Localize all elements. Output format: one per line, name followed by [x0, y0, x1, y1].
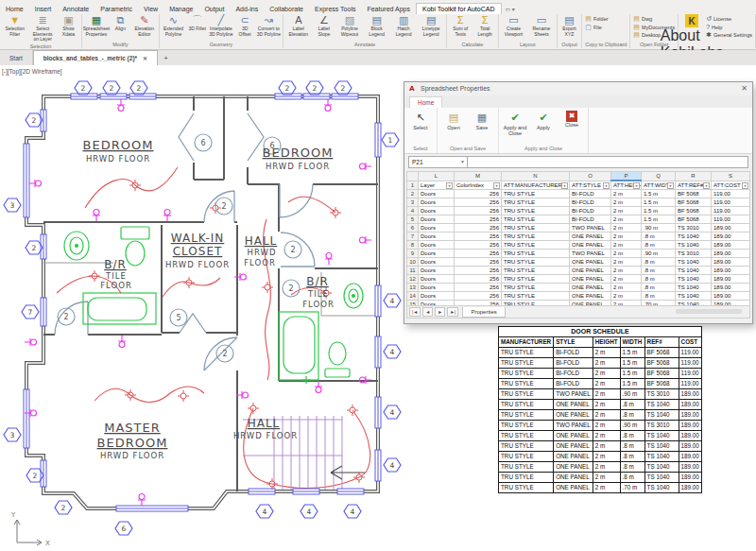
grid-cell[interactable]: 2 m: [611, 250, 642, 258]
grid-cell[interactable]: ONE PANEL: [570, 284, 611, 292]
circle-callout[interactable]: 5: [170, 309, 187, 326]
grid-cell[interactable]: 189.00: [712, 267, 750, 275]
grid-cell[interactable]: 189.00: [712, 275, 750, 284]
open-button[interactable]: ▤Open: [439, 108, 468, 145]
grid-cell[interactable]: 2 m: [611, 232, 642, 241]
circle-callout[interactable]: 6: [195, 134, 212, 151]
grid-cell[interactable]: .8 m: [642, 232, 676, 241]
field-header-att-cost[interactable]: ATT:COST▾: [712, 181, 750, 190]
grid-cell[interactable]: Doors: [419, 190, 455, 198]
sheet-nav-prev-icon[interactable]: ◄: [422, 307, 433, 317]
grid-cell[interactable]: TS 1040: [676, 275, 712, 284]
field-header-att-style[interactable]: ATT:STYLE▾: [570, 181, 611, 190]
hex-callout[interactable]: 2: [26, 113, 43, 127]
grid-cell[interactable]: 119.00: [712, 207, 750, 215]
folder-button[interactable]: ▤Folder: [585, 15, 608, 24]
selection-filter-button[interactable]: ▼Selection Filter: [1, 14, 28, 37]
row-header-14[interactable]: 14: [407, 292, 419, 301]
grid-cell[interactable]: TS 1040: [676, 284, 712, 292]
grid-cell[interactable]: 256: [455, 190, 502, 198]
grid-horizontal-scrollbar[interactable]: [676, 309, 742, 314]
filter-dropdown-icon[interactable]: ▾: [633, 182, 640, 189]
ribbon-tab-manage[interactable]: Manage: [163, 4, 198, 14]
help-button[interactable]: ?Help: [706, 24, 752, 32]
grid-cell[interactable]: ONE PANEL: [570, 267, 611, 275]
filter-dropdown-icon[interactable]: ▾: [446, 182, 453, 189]
row-header-3[interactable]: 3: [407, 198, 419, 207]
grid-cell[interactable]: TS 1040: [676, 292, 712, 301]
ribbon-tab-collaborate[interactable]: Collaborate: [264, 4, 309, 14]
grid-cell[interactable]: ONE PANEL: [570, 275, 611, 284]
grid-cell[interactable]: 119.00: [712, 190, 750, 198]
select-button[interactable]: ↖Select: [406, 108, 435, 145]
ribbon-tab-express-tools[interactable]: Express Tools: [309, 4, 361, 14]
grid-cell[interactable]: TS 3010: [676, 224, 712, 232]
grid-cell[interactable]: 2 m: [611, 198, 642, 207]
3d-fillet-button[interactable]: ⌒3D Fillet: [186, 14, 208, 32]
grid-cell[interactable]: Doors: [419, 215, 455, 224]
grid-cell[interactable]: 1.5 m: [642, 198, 676, 207]
spreadsheet-properties-button[interactable]: ▦Spreadsheet Properties: [83, 14, 110, 37]
formula-bar[interactable]: [467, 156, 748, 168]
hatch-legend-button[interactable]: ▥Hatch Legend: [390, 14, 418, 37]
tab-close-icon[interactable]: ✕: [143, 55, 147, 61]
circle-callout[interactable]: 2: [216, 345, 233, 362]
grid-cell[interactable]: TRU STYLE: [502, 258, 570, 267]
grid-cell[interactable]: Doors: [419, 241, 455, 250]
grid-cell[interactable]: 189.00: [712, 241, 750, 250]
grid-cell[interactable]: .8 m: [642, 241, 676, 250]
column-header-L[interactable]: L: [419, 172, 455, 181]
grid-cell[interactable]: .8 m: [642, 292, 676, 301]
close-button[interactable]: ✖Close: [558, 108, 586, 145]
convert-to-3d-polyline-button[interactable]: ↝Convert to 3D Polyline: [256, 14, 282, 37]
apply-button[interactable]: ✔Apply: [529, 108, 558, 145]
grid-cell[interactable]: BF 5068: [676, 190, 712, 198]
hex-callout[interactable]: 2: [103, 81, 120, 95]
sheet-nav-first-icon[interactable]: |◄: [409, 307, 421, 317]
grid-cell[interactable]: 2 m: [611, 241, 642, 250]
grid-cell[interactable]: TRU STYLE: [502, 232, 570, 241]
ribbon-tab-home[interactable]: Home: [0, 4, 29, 14]
apply-and-close-button[interactable]: ✔Apply and Close: [501, 108, 529, 145]
field-header-att-ref[interactable]: ATT:REF#▾: [676, 181, 712, 190]
grid-cell[interactable]: TWO PANEL: [570, 250, 611, 258]
hex-callout[interactable]: 3: [4, 428, 21, 441]
field-header-att-width[interactable]: ATT:WIDTH▾: [642, 181, 676, 190]
hex-callout[interactable]: 4: [384, 458, 401, 472]
hex-callout[interactable]: 6: [115, 522, 132, 535]
grid-cell[interactable]: 2 m: [611, 284, 642, 292]
new-drawing-tab-button[interactable]: +: [158, 50, 174, 65]
grid-cell[interactable]: BF 5068: [676, 198, 712, 207]
row-header-4[interactable]: 4: [407, 207, 419, 215]
grid-cell[interactable]: 2 m: [611, 258, 642, 267]
align-button[interactable]: ⧉Align: [110, 14, 131, 32]
grid-cell[interactable]: TRU STYLE: [502, 292, 570, 301]
column-header-S[interactable]: S: [712, 172, 750, 181]
hex-callout[interactable]: 1: [382, 133, 399, 146]
polyline-wipeout-button[interactable]: ▨Polyline Wipeout: [335, 14, 363, 37]
hex-callout[interactable]: 2: [55, 501, 72, 514]
grid-cell[interactable]: .90 m: [642, 250, 676, 258]
hex-callout[interactable]: 4: [384, 405, 401, 419]
ribbon-tab-add-ins[interactable]: Add-ins: [230, 4, 264, 14]
grid-cell[interactable]: 2 m: [611, 267, 642, 275]
grid-cell[interactable]: .8 m: [642, 267, 676, 275]
grid-cell[interactable]: Doors: [419, 292, 455, 301]
circle-callout[interactable]: 2: [283, 280, 300, 297]
field-header-att-manufacturer[interactable]: ATT:MANUFACTURER▾: [502, 181, 570, 190]
row-header-10[interactable]: 10: [407, 258, 419, 267]
grid-cell[interactable]: .90 m: [642, 224, 676, 232]
grid-cell[interactable]: TRU STYLE: [502, 207, 570, 215]
hex-callout[interactable]: 2: [130, 81, 147, 95]
sheet-tab-properties[interactable]: Properties: [462, 307, 505, 318]
column-header-P[interactable]: P: [611, 172, 642, 181]
ribbon-tab-annotate[interactable]: Annotate: [57, 4, 94, 14]
grid-cell[interactable]: 1.5 m: [642, 207, 676, 215]
cell-reference-box[interactable]: P21 ▼: [408, 156, 468, 168]
sheet-nav-next-icon[interactable]: ►: [435, 307, 445, 317]
grid-cell[interactable]: 256: [455, 258, 502, 267]
row-header-13[interactable]: 13: [407, 284, 419, 292]
grid-cell[interactable]: BI-FOLD: [570, 207, 611, 215]
ribbon-tab-parametric[interactable]: Parametric: [94, 4, 138, 14]
grid-cell[interactable]: TRU STYLE: [502, 250, 570, 258]
